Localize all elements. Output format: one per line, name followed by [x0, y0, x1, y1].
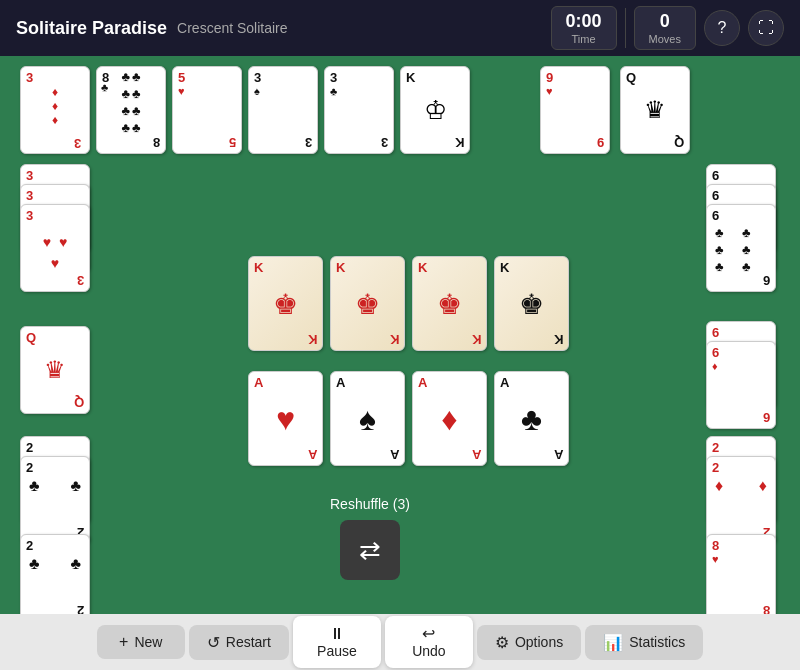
card-ah[interactable]: A ♥ A — [248, 371, 323, 466]
card-3s[interactable]: 3 ♠ 3 — [248, 66, 318, 154]
moves-label: Moves — [649, 33, 681, 45]
header-right: 0:00 Time 0 Moves ? ⛶ — [551, 6, 784, 50]
pause-icon: ⏸ — [329, 624, 345, 643]
card-9h[interactable]: 9 ♥ 9 — [540, 66, 610, 154]
undo-icon: ↩ — [422, 624, 435, 643]
card-ks2[interactable]: K ♚ K — [494, 256, 569, 351]
card-ks[interactable]: K ♔ K — [400, 66, 470, 154]
card-kh2[interactable]: K ♚ K — [330, 256, 405, 351]
card-qd[interactable]: Q ♛ Q — [20, 326, 90, 414]
card-qc[interactable]: Q ♛ Q — [620, 66, 690, 154]
fullscreen-icon: ⛶ — [758, 19, 774, 37]
moves-value: 0 — [649, 11, 681, 33]
gear-icon: ⚙ — [495, 633, 509, 652]
card-as[interactable]: A ♠ A — [330, 371, 405, 466]
card-kh[interactable]: K ♚ K — [248, 256, 323, 351]
undo-group: ↩ Undo — [412, 624, 445, 660]
card-3d[interactable]: 3 ♦♦♦ 3 — [20, 66, 90, 154]
time-label: Time — [566, 33, 602, 45]
restart-label: Restart — [226, 634, 271, 650]
app-title: Solitaire Paradise — [16, 18, 167, 39]
game-subtitle: Crescent Solitaire — [177, 20, 288, 36]
card-5h[interactable]: 5 ♥ 5 — [172, 66, 242, 154]
restart-icon: ↺ — [207, 633, 220, 652]
new-label: New — [134, 634, 162, 650]
header: Solitaire Paradise Crescent Solitaire 0:… — [0, 0, 800, 56]
card-8c[interactable]: 8 ♣ ♣♣♣♣♣♣♣♣ 8 — [96, 66, 166, 154]
card-6d-2[interactable]: 6 ♦ 6 — [706, 341, 776, 429]
card-kd[interactable]: K ♚ K — [412, 256, 487, 351]
restart-button[interactable]: ↺ Restart — [189, 625, 289, 660]
fullscreen-button[interactable]: ⛶ — [748, 10, 784, 46]
pause-group: ⏸ Pause — [317, 624, 357, 660]
reshuffle-area: Reshuffle (3) ⇄ — [330, 496, 410, 580]
help-icon: ? — [718, 19, 727, 37]
card-8h[interactable]: 8 ♥ 8 — [706, 534, 776, 622]
game-area: 3 ♦♦♦ 3 8 ♣ ♣♣♣♣♣♣♣♣ 8 5 ♥ 5 3 ♠ 3 3 ♣ 3… — [0, 56, 800, 670]
header-left: Solitaire Paradise Crescent Solitaire — [16, 18, 288, 39]
pause-label: Pause — [317, 643, 357, 660]
time-value: 0:00 — [566, 11, 602, 33]
statistics-label: Statistics — [629, 634, 685, 650]
chart-icon: 📊 — [603, 633, 623, 652]
card-3c[interactable]: 3 ♣ 3 — [324, 66, 394, 154]
options-button[interactable]: ⚙ Options — [477, 625, 581, 660]
undo-button[interactable]: ↩ Undo — [385, 616, 473, 668]
undo-label: Undo — [412, 643, 445, 660]
card-ac[interactable]: A ♣ A — [494, 371, 569, 466]
bottom-bar: + New ↺ Restart ⏸ Pause ↩ Undo ⚙ Options… — [0, 614, 800, 670]
time-box: 0:00 Time — [551, 6, 617, 50]
card-3h-3[interactable]: 3 ♥♥ ♥ 3 — [20, 204, 90, 292]
stat-divider — [625, 8, 626, 48]
plus-icon: + — [119, 633, 128, 651]
card-ad[interactable]: A ♦ A — [412, 371, 487, 466]
shuffle-icon: ⇄ — [359, 535, 381, 566]
pause-button[interactable]: ⏸ Pause — [293, 616, 381, 668]
help-button[interactable]: ? — [704, 10, 740, 46]
reshuffle-button[interactable]: ⇄ — [340, 520, 400, 580]
statistics-button[interactable]: 📊 Statistics — [585, 625, 703, 660]
new-button[interactable]: + New — [97, 625, 185, 659]
card-2d-2[interactable]: 2 ♦ ♦ 2 — [706, 456, 776, 544]
options-label: Options — [515, 634, 563, 650]
moves-box: 0 Moves — [634, 6, 696, 50]
reshuffle-label: Reshuffle (3) — [330, 496, 410, 512]
card-6c-3[interactable]: 6 ♣♣♣♣♣♣ 6 — [706, 204, 776, 292]
card-2c-2[interactable]: 2 ♣ ♣ 2 — [20, 456, 90, 544]
card-2c-3[interactable]: 2 ♣ ♣ 2 — [20, 534, 90, 622]
